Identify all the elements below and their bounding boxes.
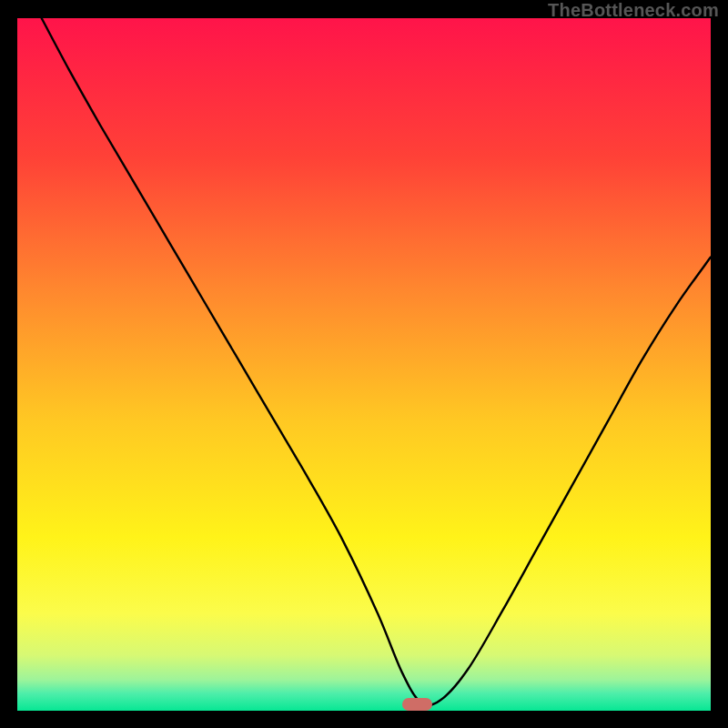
optimal-marker [402, 698, 432, 711]
watermark: TheBottleneck.com [548, 0, 719, 21]
background-gradient [17, 18, 711, 711]
plot-area [17, 18, 711, 711]
chart-stage: TheBottleneck.com [0, 0, 728, 728]
svg-rect-0 [17, 18, 711, 711]
